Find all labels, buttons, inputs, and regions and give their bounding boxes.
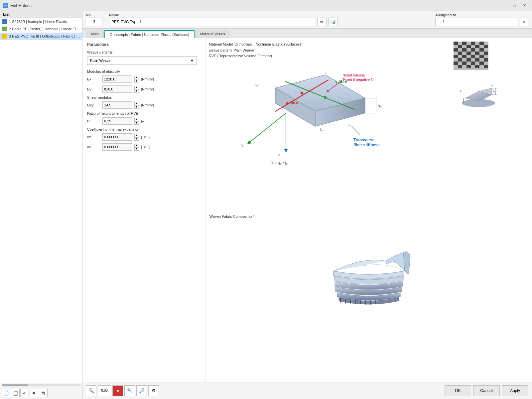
svg-text:'Fixed if negative N': 'Fixed if negative N' <box>342 77 374 81</box>
svg-rect-7 <box>475 45 479 48</box>
scrollbar[interactable] <box>0 383 82 387</box>
tab-orthotropic[interactable]: Orthotropic | Fabric | Nonlinear Elastic… <box>104 30 195 38</box>
gxy-input[interactable]: 14.5 <box>102 101 132 109</box>
name-info-button[interactable]: 📊 <box>329 18 338 26</box>
sidebar-delete-button[interactable]: 🗑 <box>39 389 48 397</box>
gxy-unit: [N/mm²] <box>141 103 154 107</box>
name-edit-button[interactable]: ✏ <box>317 18 327 26</box>
thermal-label: Coefficient of thermal expansion <box>87 127 200 131</box>
svg-rect-5 <box>458 45 462 48</box>
gxy-spinner-up[interactable]: ▲ <box>134 102 139 105</box>
ax-spinner-down[interactable]: ▼ <box>134 137 139 141</box>
tool-zoom-button[interactable]: 🔎 <box>136 385 147 396</box>
shear-label: Shear modulus <box>87 95 200 99</box>
no-label: No. <box>86 13 102 17</box>
ex-row: Ex 1220.0 ▲ ▼ [N/mm²] <box>87 75 200 83</box>
app-icon: ✏ <box>3 3 8 8</box>
svg-text:R = h₀ / l₀: R = h₀ / l₀ <box>270 161 288 166</box>
svg-rect-12 <box>479 48 484 52</box>
sidebar-item-label-2: 2 Cable PE (Pfeifer) | Isotropic | Linea… <box>9 27 80 31</box>
weave-patterns-dropdown[interactable]: Plain Weave ▼ <box>87 56 197 65</box>
ay-spinner-down[interactable]: ▼ <box>134 147 139 151</box>
ay-unit: [1/°C] <box>141 145 150 149</box>
params-title: Parameters <box>87 42 200 47</box>
sidebar: List 1 S275JR | Isotropic | Linear Elast… <box>0 11 82 399</box>
svg-text:z: z <box>278 153 280 157</box>
bottom-tools: 🔍 0.00 ■ 🔧 🔎 ⚙ <box>86 385 159 396</box>
tab-main[interactable]: Main <box>86 30 104 38</box>
sidebar-item-3[interactable]: 3 PES-PVC Typ III | Orthotropic | Fabric… <box>0 33 82 40</box>
minimize-button[interactable]: — <box>500 2 509 9</box>
tool-config-button[interactable]: ⚙ <box>148 385 159 396</box>
svg-rect-2 <box>462 42 466 45</box>
ax-spinner-up[interactable]: ▲ <box>134 134 139 137</box>
ay-spinners: ▲ ▼ <box>134 144 139 151</box>
r-unit: [--] <box>141 119 145 123</box>
name-field[interactable]: PES-PVC Typ III <box>109 18 315 26</box>
cancel-button[interactable]: Cancel <box>473 385 500 396</box>
sidebar-item-1[interactable]: 1 S275JR | Isotropic | Linear Elastic <box>0 18 82 25</box>
content-area: Parameters Weave patterns Plain Weave ▼ … <box>82 38 532 382</box>
close-button[interactable]: ✕ <box>520 2 529 9</box>
tab-bar: Main Orthotropic | Fabric | Nonlinear El… <box>82 29 532 38</box>
svg-rect-25 <box>454 62 458 65</box>
sidebar-item-2[interactable]: 2 Cable PE (Pfeifer) | Isotropic | Linea… <box>0 25 82 33</box>
assigned-close-button[interactable]: ✕ <box>520 18 528 26</box>
fold-shape-image: l₀ l₀ l₀ <box>459 78 498 110</box>
titlebar-buttons: — □ ✕ <box>500 2 529 9</box>
tool-color-button[interactable]: ■ <box>112 385 123 396</box>
ex-input[interactable]: 1220.0 <box>102 75 132 83</box>
tool-search-button[interactable]: 🔍 <box>86 385 96 396</box>
svg-rect-20 <box>479 55 484 58</box>
assigned-row: → 1 ✕ <box>435 18 528 26</box>
gxy-spinner-down[interactable]: ▼ <box>134 105 139 109</box>
ay-row: αy 0.000000 ▲ ▼ [1/°C] <box>87 143 200 151</box>
svg-rect-31 <box>475 65 479 68</box>
ax-unit: [1/°C] <box>141 135 150 139</box>
ay-input[interactable]: 0.000000 <box>102 143 132 151</box>
ey-input[interactable]: 810.0 <box>102 85 132 93</box>
r-input[interactable]: 0.25 <box>102 117 132 125</box>
ex-spinner-up[interactable]: ▲ <box>134 76 139 79</box>
sidebar-confirm-button[interactable]: ✔ <box>20 389 29 397</box>
ey-spinner-up[interactable]: ▲ <box>134 86 139 89</box>
ratio-label: Ratio of height to length of RVE <box>87 111 200 115</box>
svg-line-72 <box>325 73 326 74</box>
ax-input[interactable]: 0.000000 <box>102 133 132 141</box>
sidebar-add-button[interactable]: 📄 <box>2 389 10 397</box>
r-spinner-down[interactable]: ▼ <box>134 121 139 125</box>
name-row: PES-PVC Typ III ✏ 📊 <box>109 18 338 26</box>
svg-rect-22 <box>466 58 471 62</box>
svg-rect-29 <box>458 65 462 68</box>
r-spinner-up[interactable]: ▲ <box>134 118 139 121</box>
sidebar-list: 1 S275JR | Isotropic | Linear Elastic 2 … <box>0 18 82 383</box>
ey-spinner-down[interactable]: ▼ <box>134 89 139 93</box>
ay-spinner-up[interactable]: ▲ <box>134 144 139 147</box>
svg-text:h₀: h₀ <box>378 104 382 108</box>
top-info-bar: No. 3 Name PES-PVC Typ III ✏ 📊 Assigned … <box>82 11 532 29</box>
tab-material-values[interactable]: Material Values <box>195 30 230 38</box>
dropdown-chevron-icon: ▼ <box>190 59 194 63</box>
ax-spinners: ▲ ▼ <box>134 134 139 141</box>
sidebar-check-button[interactable]: ✖ <box>30 389 38 397</box>
svg-rect-18 <box>462 55 466 58</box>
ex-spinner-down[interactable]: ▼ <box>134 79 139 83</box>
assigned-label: Assigned to <box>435 13 528 17</box>
svg-rect-4 <box>479 42 484 45</box>
model-line3: RVE (Representative Volume Element) <box>209 54 272 58</box>
sidebar-copy-button[interactable]: 📋 <box>11 389 20 397</box>
svg-rect-32 <box>484 65 488 68</box>
svg-rect-11 <box>471 48 475 52</box>
tool-value-button[interactable]: 0.00 <box>98 385 111 396</box>
right-panel: No. 3 Name PES-PVC Typ III ✏ 📊 Assigned … <box>82 11 532 399</box>
sidebar-header: List <box>0 11 82 18</box>
ax-row: αx 0.000000 ▲ ▼ [1/°C] <box>87 133 200 141</box>
color-swatch-3 <box>2 34 7 39</box>
weave-pattern-image <box>454 42 488 70</box>
fabric-composition-label: 'Woven Fabric Composition' <box>209 214 528 218</box>
maximize-button[interactable]: □ <box>510 2 519 9</box>
svg-rect-28 <box>479 62 484 65</box>
tool-settings-button[interactable]: 🔧 <box>124 385 135 396</box>
ok-button[interactable]: OK <box>445 385 471 396</box>
apply-button[interactable]: Apply <box>502 385 528 396</box>
